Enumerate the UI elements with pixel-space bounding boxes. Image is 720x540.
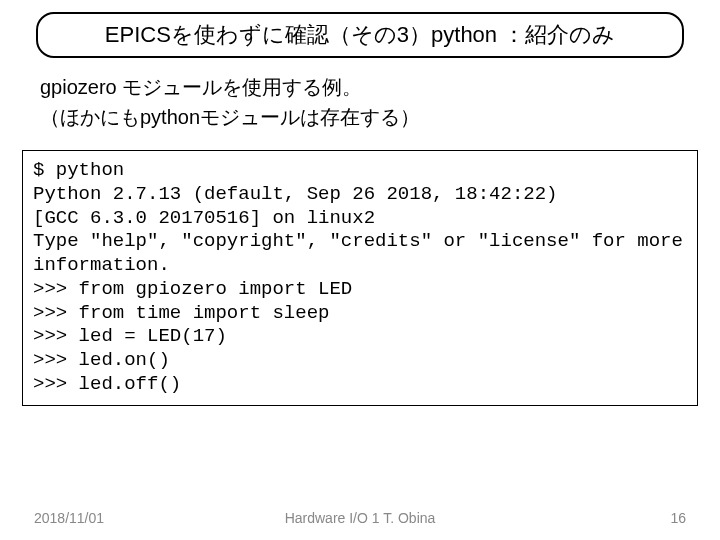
- title-box: EPICSを使わずに確認（その3）python ：紹介のみ: [36, 12, 684, 58]
- footer-page: 16: [670, 510, 686, 526]
- footer: 2018/11/01 Hardware I/O 1 T. Obina 16: [0, 510, 720, 526]
- footer-date: 2018/11/01: [34, 510, 104, 526]
- intro-text: gpiozero モジュールを使用する例。 （ほかにもpythonモジュールは存…: [40, 72, 702, 132]
- code-block: $ python Python 2.7.13 (default, Sep 26 …: [22, 150, 698, 406]
- footer-center: Hardware I/O 1 T. Obina: [0, 510, 720, 526]
- slide-title: EPICSを使わずに確認（その3）python ：紹介のみ: [105, 22, 615, 47]
- intro-line-1: gpiozero モジュールを使用する例。: [40, 72, 702, 102]
- slide: EPICSを使わずに確認（その3）python ：紹介のみ gpiozero モ…: [0, 0, 720, 540]
- intro-line-2: （ほかにもpythonモジュールは存在する）: [40, 102, 702, 132]
